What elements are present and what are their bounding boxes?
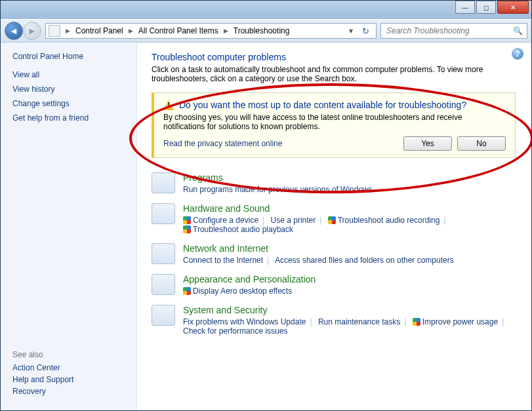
forward-button: ► [23,22,41,40]
see-also-recovery[interactable]: Recovery [12,387,125,396]
shield-icon [183,287,191,295]
refresh-button[interactable]: ↻ [358,26,373,36]
minimize-button[interactable]: — [455,1,475,14]
category-title[interactable]: Appearance and Personalization [183,274,316,284]
link-configure-device[interactable]: Configure a device [193,216,258,225]
shield-icon [183,216,191,224]
sidebar-link-view-history[interactable]: View history [12,85,125,94]
navbar: ◄ ► ▶ Control Panel ▶ All Control Panel … [1,19,531,43]
location-icon [49,25,60,37]
link-windows-update[interactable]: Fix problems with Windows Update [183,317,306,326]
back-button[interactable]: ◄ [5,22,23,40]
breadcrumb-leaf[interactable]: Troubleshooting [234,26,290,35]
category-title[interactable]: Hardware and Sound [183,203,449,214]
address-bar[interactable]: ▶ Control Panel ▶ All Control Panel Item… [45,23,377,39]
window: — ◻ ✕ ◄ ► ▶ Control Panel ▶ All Control … [0,0,532,411]
category-programs: Programs Run programs made for previous … [152,172,516,194]
sidebar-link-view-all[interactable]: View all [12,70,125,79]
link-audio-playback[interactable]: Troubleshoot audio playback [193,225,293,234]
titlebar: — ◻ ✕ [1,1,531,19]
link-shared-files[interactable]: Access shared files and folders on other… [275,256,454,265]
search-box[interactable]: 🔍 [380,23,527,39]
no-button[interactable]: No [457,136,506,151]
sidebar: Control Panel Home View all View history… [1,43,137,411]
chevron-right-icon: ▶ [221,28,231,34]
sidebar-link-get-help[interactable]: Get help from a friend [12,113,125,123]
yes-button[interactable]: Yes [403,136,452,151]
category-appearance: Appearance and Personalization Display A… [152,274,516,296]
breadcrumb-root[interactable]: Control Panel [75,26,123,35]
breadcrumb-mid[interactable]: All Control Panel Items [138,26,218,35]
link-connect-internet[interactable]: Connect to the Internet [183,256,263,265]
search-icon[interactable]: 🔍 [513,26,523,35]
update-banner: ! Do you want the most up to date conten… [152,92,516,158]
link-perf-issues[interactable]: Check for performance issues [183,326,287,336]
help-icon[interactable]: ? [512,48,523,60]
search-input[interactable] [385,26,513,36]
privacy-link[interactable]: Read the privacy statement online [163,139,282,148]
sidebar-link-change-settings[interactable]: Change settings [12,99,125,108]
maximize-button[interactable]: ◻ [476,1,496,14]
category-hardware-sound: Hardware and Sound Configure a device| U… [152,203,516,234]
shield-icon [328,216,336,224]
link-power-usage[interactable]: Improve power usage [422,317,498,326]
network-icon [152,243,175,264]
link-audio-recording[interactable]: Troubleshoot audio recording [338,216,440,225]
chevron-right-icon: ▶ [63,28,73,34]
category-system-security: System and Security Fix problems with Wi… [152,305,516,336]
see-also: See also Action Center Help and Support … [12,350,125,402]
link-run-programs[interactable]: Run programs made for previous versions … [183,185,373,194]
link-maintenance[interactable]: Run maintenance tasks [318,317,400,326]
category-title[interactable]: System and Security [183,305,508,315]
banner-title: Do you want the most up to date content … [179,100,466,110]
programs-icon [152,172,175,193]
sidebar-home[interactable]: Control Panel Home [12,52,125,61]
system-icon [152,305,175,326]
banner-body: By choosing yes, you will have access to… [163,113,506,131]
page-intro: Click on a task to automatically trouble… [152,65,516,83]
main-pane: ? Troubleshoot computer problems Click o… [137,43,531,411]
category-network: Network and Internet Connect to the Inte… [152,243,516,265]
category-title[interactable]: Programs [183,172,373,183]
close-button[interactable]: ✕ [497,1,529,14]
shield-icon [413,318,420,326]
link-aero-effects[interactable]: Display Aero desktop effects [193,286,292,296]
see-also-action-center[interactable]: Action Center [12,363,125,372]
address-dropdown[interactable]: ▾ [346,26,356,35]
appearance-icon [152,274,175,295]
chevron-right-icon: ▶ [126,28,136,34]
hardware-icon [152,203,175,224]
page-title: Troubleshoot computer problems [152,52,516,62]
link-use-printer[interactable]: Use a printer [271,216,316,225]
category-title[interactable]: Network and Internet [183,243,454,254]
shield-icon [183,225,191,233]
see-also-title: See also [12,350,125,359]
see-also-help-support[interactable]: Help and Support [12,375,125,384]
warning-icon: ! [163,100,174,110]
